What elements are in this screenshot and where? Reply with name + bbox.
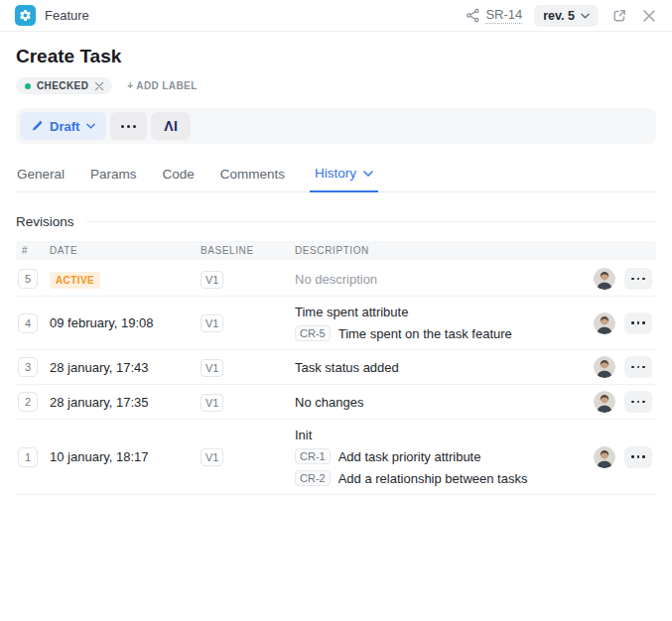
ellipsis-icon — [631, 455, 645, 458]
tab-general[interactable]: General — [16, 158, 66, 191]
ellipsis-icon — [631, 401, 645, 404]
status-label: Draft — [50, 119, 79, 134]
revision-description: Init — [295, 428, 585, 442]
label-text: CHECKED — [37, 80, 88, 91]
tab-comments[interactable]: Comments — [219, 158, 286, 191]
change-request-badge[interactable]: CR-5 — [295, 325, 331, 341]
ellipsis-icon — [121, 125, 136, 128]
change-request-line: CR-5 Time spent on the task feature — [295, 325, 585, 341]
table-header-row: # DATE BASELINE DESCRIPTION — [16, 241, 656, 260]
change-request-text: Add a relationship between tasks — [338, 471, 528, 486]
reference-link[interactable]: SR-14 — [485, 7, 522, 24]
column-header-num: # — [16, 245, 50, 256]
remove-label-icon[interactable] — [94, 81, 104, 91]
row-more-button[interactable] — [624, 356, 652, 378]
label-checked[interactable]: CHECKED — [16, 77, 112, 94]
change-request-badge[interactable]: CR-2 — [295, 470, 331, 486]
row-more-button[interactable] — [624, 268, 652, 290]
labels-row: CHECKED + ADD LABEL — [16, 77, 656, 94]
baseline-badge: V1 — [201, 359, 223, 377]
table-row[interactable]: 3 28 january, 17:43 V1 Task status added — [16, 350, 656, 385]
ellipsis-icon — [631, 321, 645, 324]
divider — [86, 221, 656, 222]
baseline-badge: V1 — [201, 394, 223, 412]
open-in-new-button[interactable] — [609, 6, 629, 26]
avatar — [594, 356, 615, 378]
status-badge: ACTIVE — [50, 272, 100, 289]
more-actions-button[interactable] — [110, 112, 147, 140]
table-row[interactable]: 2 28 january, 17:35 V1 No changes — [16, 385, 656, 420]
avatar — [594, 391, 615, 413]
page-title: Create Task — [16, 45, 656, 67]
change-request-text: Time spent on the task feature — [338, 326, 512, 341]
avatar — [594, 268, 615, 290]
close-icon — [642, 9, 656, 23]
chevron-down-icon — [86, 123, 95, 129]
revision-date: 10 january, 18:17 — [50, 449, 201, 464]
toolbar: Draft ΛI — [16, 108, 656, 144]
add-label-button[interactable]: + ADD LABEL — [127, 80, 197, 91]
section-title: Revisions — [16, 214, 74, 229]
tab-bar: General Params Code Comments History — [16, 158, 656, 192]
revision-selector-label: rev. 5 — [543, 9, 575, 23]
open-in-new-icon — [611, 8, 627, 24]
ellipsis-icon — [631, 278, 645, 281]
avatar — [594, 312, 615, 334]
table-row[interactable]: 5 ACTIVE V1 No description — [16, 262, 656, 297]
column-header-baseline: BASELINE — [201, 245, 295, 256]
revision-number: 5 — [18, 269, 38, 289]
close-button[interactable] — [640, 7, 658, 25]
revisions-section-header: Revisions — [16, 214, 656, 229]
revision-date: 28 january, 17:35 — [50, 395, 201, 410]
change-request-line: CR-2 Add a relationship between tasks — [295, 470, 585, 486]
row-more-button[interactable] — [624, 391, 652, 413]
chevron-down-icon — [363, 171, 373, 177]
entity-type-label: Feature — [45, 8, 89, 23]
baseline-badge: V1 — [201, 448, 223, 466]
row-more-button[interactable] — [624, 446, 652, 468]
revision-description: Task status added — [295, 360, 585, 375]
revision-number: 4 — [18, 313, 38, 333]
ellipsis-icon — [631, 366, 645, 369]
revision-selector[interactable]: rev. 5 — [534, 5, 599, 27]
tab-params[interactable]: Params — [89, 158, 138, 191]
revision-number: 3 — [18, 357, 38, 377]
tab-history-label: History — [315, 166, 356, 181]
change-request-text: Add task priority attribute — [338, 449, 481, 464]
column-header-date: DATE — [50, 245, 201, 256]
chevron-down-icon — [581, 13, 590, 19]
avatar — [594, 446, 615, 468]
revisions-table: # DATE BASELINE DESCRIPTION 5 ACTIVE V1 … — [16, 241, 656, 495]
revision-number: 1 — [18, 447, 38, 467]
share-icon[interactable] — [466, 8, 480, 23]
row-more-button[interactable] — [624, 312, 652, 334]
revision-date: 09 february, 19:08 — [50, 315, 201, 330]
revision-description: Time spent attribute — [295, 305, 585, 319]
revision-description: No changes — [295, 395, 585, 410]
revision-description: No description — [295, 272, 585, 287]
revision-number: 2 — [18, 392, 38, 412]
label-status-dot — [25, 83, 31, 89]
revision-date: 28 january, 17:43 — [50, 360, 201, 375]
table-row[interactable]: 4 09 february, 19:08 V1 Time spent attri… — [16, 297, 656, 350]
column-header-description: DESCRIPTION — [295, 245, 585, 256]
status-dropdown-button[interactable]: Draft — [20, 112, 106, 140]
gear-icon — [15, 5, 36, 26]
pencil-icon — [31, 120, 43, 132]
ai-logo: ΛI — [164, 118, 178, 134]
window-header: Feature SR-14 rev. 5 — [0, 0, 672, 32]
baseline-badge: V1 — [201, 271, 223, 289]
tab-code[interactable]: Code — [162, 158, 196, 191]
tab-history[interactable]: History — [310, 158, 378, 192]
table-row[interactable]: 1 10 january, 18:17 V1 Init CR-1 Add tas… — [16, 420, 656, 495]
change-request-line: CR-1 Add task priority attribute — [295, 448, 585, 464]
change-request-badge[interactable]: CR-1 — [295, 448, 331, 464]
baseline-badge: V1 — [201, 314, 223, 332]
ai-assistant-button[interactable]: ΛI — [151, 112, 191, 140]
